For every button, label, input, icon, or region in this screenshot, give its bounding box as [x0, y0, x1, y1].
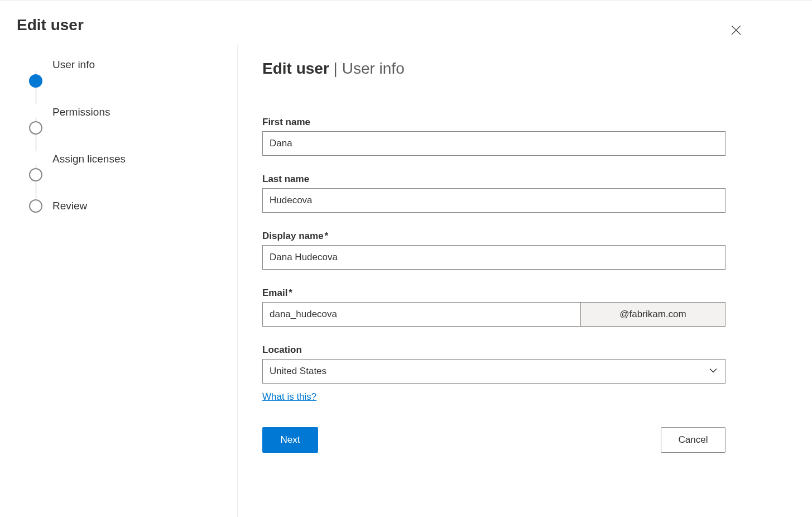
field-email: Email* @fabrikam.com	[262, 288, 728, 327]
email-label: Email*	[262, 288, 728, 299]
required-asterisk: *	[289, 288, 292, 298]
step-permissions[interactable]: Permissions	[29, 104, 237, 151]
email-input[interactable]	[262, 302, 580, 327]
last-name-input[interactable]	[262, 188, 725, 213]
step-indicator-icon	[29, 199, 42, 213]
step-indicator-icon	[29, 168, 42, 181]
last-name-label: Last name	[262, 174, 728, 185]
field-location: Location United States What is this?	[262, 344, 728, 403]
step-indicator-icon	[29, 74, 42, 88]
display-name-input[interactable]	[262, 245, 725, 270]
close-icon	[731, 25, 741, 37]
first-name-label: First name	[262, 117, 728, 128]
main-content: Edit user | User info First name Last na…	[237, 45, 812, 517]
location-help-link[interactable]: What is this?	[262, 391, 316, 403]
step-review[interactable]: Review	[29, 198, 237, 214]
page-title: Edit user | User info	[262, 60, 728, 78]
location-label: Location	[262, 344, 728, 356]
step-label: Assign licenses	[52, 153, 126, 165]
first-name-input[interactable]	[262, 131, 725, 156]
next-button[interactable]: Next	[262, 427, 318, 453]
field-first-name: First name	[262, 117, 728, 156]
step-label: Permissions	[52, 106, 110, 118]
email-domain-suffix[interactable]: @fabrikam.com	[580, 302, 725, 327]
close-button[interactable]	[727, 22, 745, 40]
wizard-steps-nav: User info Permissions Assign licenses	[0, 45, 237, 517]
field-last-name: Last name	[262, 174, 728, 213]
display-name-label: Display name*	[262, 231, 728, 242]
step-user-info[interactable]: User info	[29, 58, 237, 104]
location-select[interactable]: United States	[262, 359, 725, 384]
step-indicator-icon	[29, 121, 42, 135]
panel-title: Edit user	[17, 16, 84, 34]
required-asterisk: *	[325, 231, 329, 241]
step-label: Review	[52, 200, 87, 212]
form-actions: Next Cancel	[262, 427, 725, 453]
step-label: User info	[52, 59, 95, 71]
field-display-name: Display name*	[262, 231, 728, 270]
step-assign-licenses[interactable]: Assign licenses	[29, 151, 237, 198]
cancel-button[interactable]: Cancel	[661, 427, 725, 453]
